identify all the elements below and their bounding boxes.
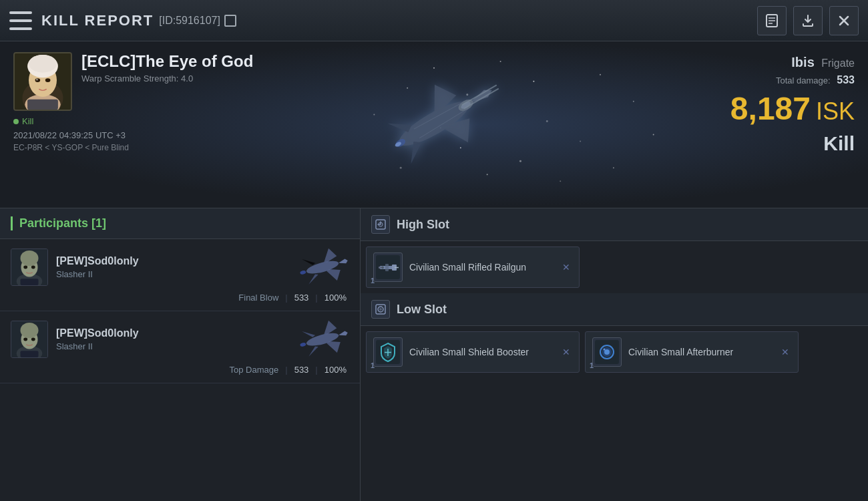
high-slot-items: 1 Civil [361,241,868,293]
low-slot-item-name-1: Civilian Small Afterburner [628,346,773,358]
low-slot-icon [371,300,390,319]
svg-rect-68 [385,264,389,271]
svg-point-55 [21,323,39,338]
svg-point-47 [23,266,27,269]
stat-percent-2: 100% [324,365,347,375]
svg-point-13 [580,140,581,142]
low-slot-header: Low Slot [361,293,868,326]
stat-label-2: Top Damage [230,365,279,375]
kill-badge: Kill [13,116,334,126]
svg-point-56 [23,338,27,341]
warp-scramble: Warp Scramble Strength: 4.0 [81,73,334,84]
item-qty: 1 [371,277,375,285]
high-slot-section: High Slot 1 [361,208,868,293]
remove-low-item-1-button[interactable]: ✕ [779,347,791,357]
high-slot-header: High Slot [361,208,868,241]
svg-point-48 [31,266,35,269]
low-slot-title: Low Slot [397,303,447,317]
svg-line-41 [462,85,497,105]
kill-info-left: [ECLC]The Eye of God Warp Scramble Stren… [0,41,347,208]
afterburner-icon [592,337,622,367]
fit-panel: High Slot 1 [361,208,868,501]
isk-value: 8,187 [730,92,811,127]
svg-point-82 [604,349,606,351]
svg-point-11 [600,74,601,75]
menu-icon[interactable] [9,11,32,30]
total-damage-value: 533 [837,74,855,86]
item-qty: 1 [371,361,375,369]
header-actions [757,6,859,35]
remove-high-item-button[interactable]: ✕ [560,262,572,273]
participant-ship-image [296,319,349,359]
svg-point-57 [31,338,35,341]
stat-percent-1: 100% [324,293,347,303]
participants-header: Participants [1] [0,208,360,239]
participant-ship: Slasher II [56,269,288,279]
kill-banner: [ECLC]The Eye of God Warp Scramble Stren… [0,41,868,208]
victim-ship-image [341,63,527,186]
stat-damage-1: 533 [294,293,309,303]
participant-item[interactable]: [PEW]Sod0lonly Slasher II [0,239,360,311]
svg-point-51 [300,270,306,275]
item-qty: 1 [590,361,594,369]
victim-avatar [13,52,72,111]
participant-ship: Slasher II [56,341,288,351]
low-slot-items: 1 Civilian Small Shield Booster ✕ [361,326,868,378]
ship-class: Frigate [821,57,855,69]
svg-point-73 [379,308,382,311]
svg-point-12 [633,101,634,102]
remove-low-item-0-button[interactable]: ✕ [560,347,572,357]
participant-avatar [11,321,48,358]
participant-ship-image [296,247,349,287]
svg-point-10 [546,120,548,122]
slot-item: 1 Civilian Small After [585,331,799,373]
slot-item: 1 Civilian Small Shield Booster ✕ [366,331,580,373]
export-button[interactable] [793,6,823,35]
header: KILL REPORT [ID:5916107] [0,0,868,41]
svg-rect-33 [27,100,58,110]
close-button[interactable] [829,6,859,35]
kill-location: EC-P8R < YS-GOP < Pure Blind [13,143,334,152]
svg-point-29 [29,55,57,73]
page-title: KILL REPORT [41,12,154,29]
svg-point-20 [613,167,614,168]
svg-point-46 [21,251,39,266]
low-slot-item-name-0: Civilian Small Shield Booster [409,346,554,358]
participants-title: Participants [1] [11,216,349,230]
shield-booster-icon [373,337,403,367]
kill-result: Kill [730,132,855,155]
high-slot-icon [371,215,390,234]
stat-damage-2: 533 [294,365,309,375]
svg-rect-58 [21,351,39,357]
low-slot-section: Low Slot 1 [361,293,868,378]
copy-icon[interactable] [224,15,236,27]
kill-info-right: Ibis Frigate Total damage: 533 8,187 ISK… [730,55,855,155]
victim-name: [ECLC]The Eye of God [81,52,334,71]
svg-line-42 [464,88,499,108]
svg-point-31 [45,78,51,82]
svg-point-8 [500,61,501,62]
svg-point-81 [600,345,614,359]
high-slot-title: High Slot [397,218,449,232]
kill-date: 2021/08/22 04:39:25 UTC +3 [13,130,334,140]
total-damage-label: Total damage: [776,75,831,86]
participant-info: [PEW]Sod0lonly Slasher II [56,327,288,351]
notes-button[interactable] [757,6,787,35]
svg-point-9 [533,81,534,82]
participant-item[interactable]: [PEW]Sod0lonly Slasher II [0,311,360,383]
participants-panel: Participants [1] [0,208,361,501]
svg-point-69 [381,267,384,269]
participant-name: [PEW]Sod0lonly [56,255,288,267]
isk-unit: ISK [816,98,855,126]
high-slot-item-name: Civilian Small Rifled Railgun [409,261,554,273]
svg-point-32 [36,79,38,81]
railgun-icon [373,253,403,282]
svg-point-21 [653,134,654,135]
svg-point-22 [560,180,561,182]
participant-info: [PEW]Sod0lonly Slasher II [56,255,288,279]
svg-rect-67 [379,267,381,269]
participant-avatar [11,248,48,286]
stat-label-1: Final Blow [238,293,278,303]
slot-item: 1 Civil [366,246,580,288]
svg-point-60 [300,342,306,347]
